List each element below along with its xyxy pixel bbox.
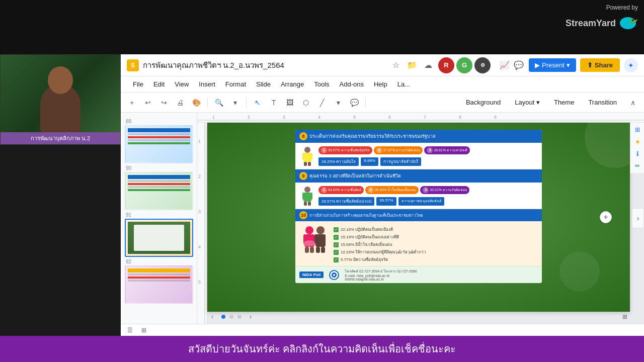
svg-text:2: 2 <box>248 115 250 120</box>
slide-dot-3[interactable] <box>237 315 242 319</box>
comment-icon[interactable]: 💬 <box>513 59 525 71</box>
print-btn[interactable]: 🖨 <box>173 96 187 110</box>
line-dropdown[interactable]: ▾ <box>331 96 345 110</box>
slides-app: S การพัฒนาคุณภาพชีวิตฯ น.2_อ.นวพร_2564 ☆… <box>121 54 644 336</box>
paint-btn[interactable]: 🎨 <box>189 96 203 110</box>
share-button[interactable]: ⬆ Share <box>580 58 620 72</box>
filmstrip-view-btn[interactable]: ☰ <box>125 325 135 335</box>
undo-btn[interactable]: ↩ <box>141 96 155 110</box>
redo-btn[interactable]: ↪ <box>157 96 171 110</box>
slide-dot-1[interactable] <box>221 315 225 319</box>
svg-point-21 <box>304 147 310 153</box>
star-icon[interactable]: ☆ <box>390 59 402 71</box>
slide-thumb-92[interactable]: 92 <box>125 259 193 304</box>
svg-rect-43 <box>321 234 326 243</box>
shapes-btn[interactable]: ⬡ <box>299 96 313 110</box>
menu-lang[interactable]: La... <box>393 78 414 90</box>
tab-transition[interactable]: Transition <box>583 97 622 108</box>
caption-bar: สวัสดีบ่ายวันจันทร์ค่ะ คลิกลิงก์ในความคิ… <box>0 336 644 362</box>
divider3 <box>365 98 366 108</box>
svg-text:4: 4 <box>318 115 320 120</box>
check-text-3: 15.09% มีน้ำใจ/เลือดเผื่อแผ่น <box>341 241 392 248</box>
collapse-toolbar-btn[interactable]: ∧ <box>626 96 640 110</box>
menu-edit[interactable]: Edit <box>149 78 169 90</box>
check-text-5: 5.77% มีความซื่อสัตย์สุจริต <box>341 256 388 263</box>
svg-text:1: 1 <box>198 139 201 144</box>
menu-arrange[interactable]: Arrange <box>277 78 308 90</box>
present-label: Present <box>542 61 565 69</box>
person-icon-2 <box>299 186 315 206</box>
zoom-btn[interactable]: 🔍 <box>212 96 226 110</box>
svg-text:4: 4 <box>198 244 201 249</box>
fullscreen-btn[interactable]: ⊞ <box>620 312 630 322</box>
panel-btn-pen[interactable]: ✏ <box>632 161 642 171</box>
menu-format[interactable]: Format <box>221 78 250 90</box>
slide-thumb-89[interactable]: 89 <box>125 119 193 163</box>
slide-panel-bottom: ☰ ⊞ <box>121 324 644 336</box>
panel-btn-info[interactable]: ℹ <box>632 149 642 159</box>
svg-rect-45 <box>321 247 325 253</box>
infog-s2-row: 1 64.54% ความซื่อสัตย์ 2 36.93% น้ำใจ/เล… <box>299 186 538 206</box>
bird-icon <box>618 13 638 33</box>
folder-icon[interactable]: 📁 <box>406 59 418 71</box>
right-panel-btns: ⊞ ★ ℹ ✏ <box>630 123 644 173</box>
menu-addons[interactable]: Add-ons <box>336 78 368 90</box>
infog-num-8: 8 <box>299 132 307 140</box>
chart-icon[interactable]: 📈 <box>499 59 511 71</box>
svg-marker-4 <box>635 19 638 22</box>
infog-section1-title: ประเด็นการส่งเสริมคุณธรรมจริยธรรมให้กับป… <box>309 133 436 140</box>
cloud-icon[interactable]: ☁ <box>422 59 434 71</box>
stat-2-2-text: 36.93% น้ำใจ/เลือดเผื่อแผ่น <box>375 187 417 193</box>
infog-section3-title: การมีส่วนร่วมในการสร้างคุณธรรมในฐานะที่เ… <box>309 212 423 219</box>
document-title[interactable]: การพัฒนาคุณภาพชีวิตฯ น.2_อ.นวพร_2564 <box>143 59 386 71</box>
menu-insert[interactable]: Insert <box>195 78 219 90</box>
menu-view[interactable]: View <box>171 78 193 90</box>
tab-theme[interactable]: Theme <box>549 97 579 108</box>
present-dropdown: ▾ <box>567 61 570 69</box>
stat-bar-1-1: 28.25% ความมั่นใจ <box>318 157 359 166</box>
divider2 <box>246 98 247 108</box>
next-arrow-btn[interactable]: › <box>632 208 644 228</box>
panel-btn-star[interactable]: ★ <box>632 137 642 147</box>
gemini-icon[interactable]: ✦ <box>624 58 638 72</box>
slide-thumb-91[interactable]: 91 <box>125 212 193 257</box>
add-slide-canvas-btn[interactable]: + <box>600 211 612 223</box>
present-button[interactable]: ▶ Present ▾ <box>529 58 576 72</box>
stat-bar-row-2: 39.57% ความซื่อสัตย์แน่วแน่ 39.57% ความส… <box>318 197 444 206</box>
svg-point-3 <box>632 19 634 21</box>
avatar-g: G <box>456 57 472 73</box>
svg-text:3: 3 <box>198 209 201 214</box>
menu-tools[interactable]: Tools <box>310 78 333 90</box>
infog-s3-row: ✓ 22.16% ปฏิบัติตนเป็นพลเมืองดี ✓ 15.19%… <box>299 224 538 263</box>
menu-help[interactable]: Help <box>370 78 391 90</box>
tab-layout[interactable]: Layout ▾ <box>510 97 545 108</box>
people-icon <box>299 224 330 259</box>
image-btn[interactable]: 🖼 <box>283 96 297 110</box>
zoom-dropdown[interactable]: ▾ <box>228 96 242 110</box>
slide-img-92 <box>125 265 193 304</box>
stat-pill-1-3: 3 28.81% ความสามัคคี <box>424 146 470 154</box>
stat-pills-1: 1 39.57% ความซื่อสัตย์สุจริต 2 37.67% คว… <box>318 146 538 166</box>
line-btn[interactable]: ╱ <box>315 96 329 110</box>
cursor-btn[interactable]: ↖ <box>251 96 265 110</box>
slide-img-89 <box>125 125 193 163</box>
panel-btn-grid[interactable]: ⊞ <box>632 125 642 135</box>
slide-thumb-90[interactable]: 90 <box>125 165 193 210</box>
slide-controls: ‹ › ⊞ <box>207 312 630 322</box>
slide-img-91 <box>125 219 193 257</box>
infog-section2-header: 9 คุณธรรม 3 อย่างที่ยึดเป็นหลักในการดำเน… <box>295 169 542 183</box>
slide-dot-2[interactable] <box>229 315 233 319</box>
nida-logo: NIDA Poll <box>299 272 324 278</box>
grid-view-btn[interactable]: ⊞ <box>139 325 149 335</box>
powered-by-section: Powered by StreamYard <box>566 4 638 33</box>
add-slide-btn[interactable]: + <box>125 96 139 110</box>
prev-slide-btn[interactable]: ‹ <box>207 312 217 322</box>
menu-slide[interactable]: Slide <box>252 78 275 90</box>
comment-tb-btn[interactable]: 💬 <box>347 96 361 110</box>
tab-background[interactable]: Background <box>461 97 506 108</box>
check-items: ✓ 22.16% ปฏิบัติตนเป็นพลเมืองดี ✓ 15.19%… <box>334 226 426 263</box>
textbox-btn[interactable]: T <box>267 96 281 110</box>
menu-file[interactable]: File <box>129 78 147 90</box>
next-slide-btn[interactable]: › <box>246 312 256 322</box>
infog-section1-content: 1 39.57% ความซื่อสัตย์สุจริต 2 37.67% คว… <box>295 143 542 169</box>
